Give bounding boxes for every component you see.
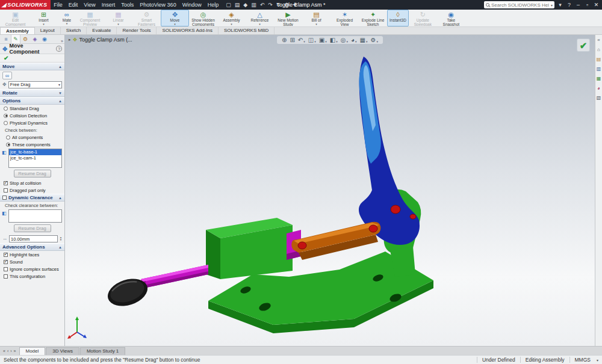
menu-photoview-360[interactable]: PhotoView 360 [137,0,179,10]
dynamic-clearance-checkbox[interactable] [2,196,7,200]
solidworks-resources-icon[interactable]: ⌂ [597,47,600,52]
menu-help[interactable]: Help [205,0,222,10]
manager-tabs-overflow-icon[interactable]: » [61,39,64,43]
display-style-icon[interactable]: ◧▾ [329,37,339,43]
list-item[interactable]: jce_tc-base-1 [9,149,61,155]
tab-render-tools[interactable]: Render Tools [117,27,157,34]
save-icon[interactable]: ◆ [241,2,249,8]
menu-edit[interactable]: Edit [66,0,81,10]
pm-radio-physical-dynamics[interactable]: Physical Dynamics [0,119,64,126]
tab-sketch[interactable]: Sketch [61,27,87,34]
list-item[interactable]: jce_tc-cam-1 [9,155,61,161]
tab-solidworks-mbd[interactable]: SOLIDWORKS MBD [219,27,275,34]
zoom-area-icon[interactable]: ⊞ [288,37,296,43]
pm-checkbox-stop-at-collision[interactable]: Stop at collision [0,179,64,187]
zoom-fit-icon[interactable]: ⊕ [281,37,288,43]
pm-radio-collision-detection[interactable]: Collision Detection [0,112,64,119]
design-library-icon[interactable]: ▤ [597,57,601,62]
ribbon-mate-button[interactable]: ∞Mate▾ [58,10,76,26]
minimize-icon[interactable]: – [574,0,583,10]
tab-assembly[interactable]: Assembly [0,27,35,34]
arm-pivot-pin[interactable] [410,214,416,219]
pane-split-prev-icon[interactable]: ‹ [7,349,8,353]
menu-tools[interactable]: Tools [118,0,137,10]
dynamic-clearance-header[interactable]: Dynamic Clearance ▲ [0,194,64,202]
featuremanager-tree-tab[interactable]: ≡ [1,35,11,43]
apply-scene-icon[interactable]: ▦▾ [358,37,368,43]
tab-solidworks-add-ins[interactable]: SOLIDWORKS Add-Ins [157,27,219,34]
collision-components-list[interactable]: jce_tc-base-1jce_tc-cam-1 [8,149,62,168]
ribbon-new-motion-study-button[interactable]: ▶New Motion Study [274,10,302,26]
menu-file[interactable]: File [51,0,66,10]
graphics-viewport[interactable]: ▸ ❖ Toggle Clamp Asm (... ⊕⊞↶▾◫▾▣▾◧▾◎▾◕▾… [65,35,595,346]
ribbon-take-snapshot-button[interactable]: ◉Take Snapshot [437,10,465,26]
smartmates-icon[interactable]: ∞ [2,72,12,79]
pane-split-first-icon[interactable]: « [3,349,5,353]
ribbon-bill-of-materials-button[interactable]: ▤Bill of Materials▾ [302,10,330,26]
confirmation-corner-ok[interactable]: ✔ [577,39,590,52]
pm-radio-these-components[interactable]: These components [0,141,64,148]
link-pin-left[interactable] [298,242,306,249]
view-orientation-icon[interactable]: ▣▾ [318,37,328,43]
ribbon-explode-line-sketch-button[interactable]: ✦Explode Line Sketch [359,10,387,26]
collapse-taskpane-icon[interactable]: « [597,37,600,43]
restore-icon[interactable]: ▫ [583,0,592,10]
menu-view[interactable]: View [81,0,98,10]
move-mode-select[interactable]: Free Drag ▾ [8,81,62,88]
pm-checkbox-highlight-faces[interactable]: Highlight faces [0,251,64,258]
dimxpert-manager-tab[interactable]: ◈ [30,35,40,43]
bottom-tab-model[interactable]: Model [19,347,46,355]
bottom-tab-motion-study-1[interactable]: Motion Study 1 [80,347,125,355]
custom-properties-icon[interactable]: ▧ [597,95,601,100]
pane-split-last-icon[interactable]: » [14,349,16,353]
ribbon-reference-geometry-button[interactable]: △Reference Geometry▾ [246,10,274,26]
edit-appearance-icon[interactable]: ◕▾ [350,37,358,43]
section-view-icon[interactable]: ◫▾ [307,37,317,43]
ribbon-instant3d-button[interactable]: ◊Instant3D [387,10,409,26]
flyout-expand-icon[interactable]: ▸ [69,37,71,42]
pm-checkbox-sound[interactable]: Sound [0,258,64,265]
search-scope-caret-icon[interactable]: ▾ [551,3,553,7]
menu-window[interactable]: Window [179,0,205,10]
appearances-icon[interactable]: ◕ [597,85,600,91]
view-palette-icon[interactable]: ▦ [597,76,601,81]
resume-drag-button[interactable]: Resume Drag [14,170,51,177]
undo-icon[interactable]: ↶ [258,2,267,8]
ribbon-move-component-button[interactable]: ✥Move Component▾ [161,10,189,26]
tab-evaluate[interactable]: Evaluate [87,27,117,34]
hide-show-items-icon[interactable]: ◎▾ [340,37,349,43]
ribbon-insert-components-button[interactable]: ⊞Insert Components▾ [29,10,58,26]
pm-radio-standard-drag[interactable]: Standard Drag [0,105,64,112]
spinner-arrows-icon[interactable]: ▲▼ [60,236,62,241]
options-section-header[interactable]: Options ▲ [0,97,64,105]
pm-help-icon[interactable]: ? [56,46,62,52]
search-input[interactable] [491,2,549,8]
move-section-header[interactable]: Move ▲ [0,63,64,70]
clearance-components-list[interactable] [8,209,62,223]
close-icon[interactable]: ✕ [592,0,601,10]
handle-pivot-pin[interactable] [391,205,400,214]
pm-radio-all-components[interactable]: All components [0,134,64,141]
pm-checkbox-ignore-complex-surfaces[interactable]: Ignore complex surfaces [0,265,64,273]
previous-view-icon[interactable]: ↶▾ [297,37,306,43]
search-options-icon[interactable]: ▾ [556,0,565,10]
advanced-options-header[interactable]: Advanced Options ▲ [0,243,64,251]
pm-checkbox-dragged-part-only[interactable]: Dragged part only [0,187,64,194]
flyout-featuremanager[interactable]: ▸ ❖ Toggle Clamp Asm (... [69,37,132,43]
propertymanager-tab[interactable]: ✎ [11,34,20,43]
rotate-section-header[interactable]: Rotate ▼ [0,89,64,97]
clearance-resume-drag-button[interactable]: Resume Drag [14,224,51,232]
display-manager-tab[interactable]: ◉ [40,35,49,43]
units-dropdown-icon[interactable]: ▾ [595,358,598,362]
tab-layout[interactable]: Layout [35,27,61,34]
help-icon[interactable]: ? [565,0,574,10]
redo-icon[interactable]: ↷ [266,2,275,8]
new-document-icon[interactable]: ▢ [224,2,233,8]
bottom-tab-3d-views[interactable]: 3D Views [46,347,79,355]
view-settings-icon[interactable]: ⚙▾ [369,37,379,43]
link-pin-right[interactable] [369,225,377,232]
configuration-manager-tab[interactable]: ⚙ [20,35,30,43]
clearance-value-field[interactable]: 10.00mm [9,235,58,242]
file-explorer-icon[interactable]: ▥ [597,66,601,72]
menu-insert[interactable]: Insert [99,0,119,10]
